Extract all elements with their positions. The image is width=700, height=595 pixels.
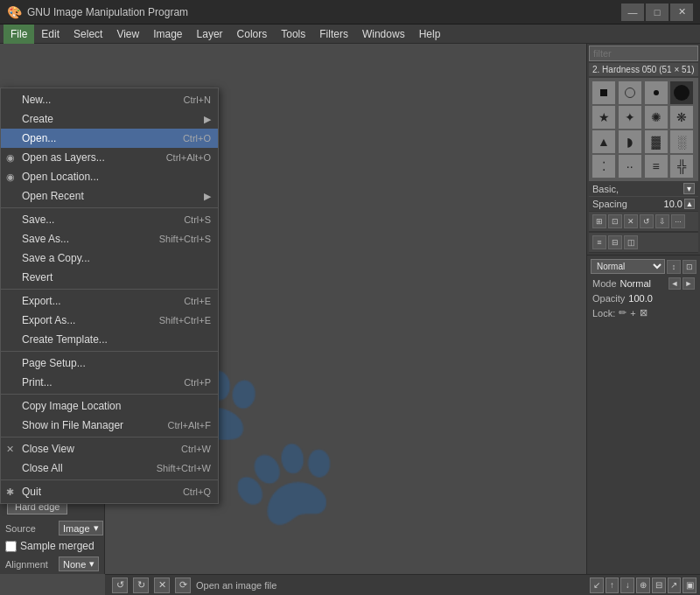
rb-icon-2[interactable]: ↑ <box>606 578 620 593</box>
file-menu-item-open-recent[interactable]: Open Recent▶ <box>1 186 218 206</box>
spacing-up[interactable]: ▲ <box>684 199 695 209</box>
brush-item-12[interactable]: ⁚ <box>592 155 615 178</box>
file-menu-item-copy-image-location[interactable]: Copy Image Location <box>1 396 218 416</box>
menu-item-edit[interactable]: Edit <box>34 24 66 44</box>
rb-icon-1[interactable]: ↙ <box>590 578 604 593</box>
brush-item-13[interactable]: ·· <box>619 155 641 178</box>
menu-item-image[interactable]: Image <box>146 24 189 44</box>
brush-item-4[interactable]: ★ <box>592 106 615 129</box>
file-menu-item-open-as-layers---[interactable]: ◉Open as Layers...Ctrl+Alt+O <box>1 148 218 167</box>
file-menu-item-revert[interactable]: Revert <box>1 268 218 287</box>
brush-item-3[interactable] <box>670 81 693 104</box>
brush-item-10[interactable]: ▓ <box>645 130 668 153</box>
menu-item-label: Close View <box>22 443 74 455</box>
file-menu-item-save---[interactable]: Save...Ctrl+S <box>1 210 218 229</box>
rb-icon-6[interactable]: ↗ <box>668 578 682 593</box>
file-menu-item-create[interactable]: Create▶ <box>1 109 218 129</box>
file-menu-item-page-setup---[interactable]: Page Setup... <box>1 354 218 373</box>
rb-icon-3[interactable]: ↓ <box>620 578 634 593</box>
file-menu-item-create-template---[interactable]: Create Template... <box>1 330 218 349</box>
menu-item-colors[interactable]: Colors <box>230 24 275 44</box>
layers-icon-1[interactable]: ↕ <box>667 260 681 274</box>
file-menu-item-open---[interactable]: Open...Ctrl+O <box>1 129 218 148</box>
brush-item-11[interactable]: ░ <box>670 130 693 153</box>
brush-name: 2. Hardness 050 (51 × 51) <box>589 63 698 76</box>
menu-item-windows[interactable]: Windows <box>355 24 412 44</box>
menu-item-shortcut: Shift+Ctrl+E <box>159 315 211 326</box>
rb-icon-4[interactable]: ⊕ <box>636 578 650 593</box>
menu-item-view[interactable]: View <box>109 24 146 44</box>
menu-item-shortcut: Ctrl+W <box>181 444 211 454</box>
brush-action-3[interactable]: ✕ <box>624 214 638 228</box>
menu-item-file[interactable]: File <box>4 24 34 44</box>
menu-item-label: Show in File Manager <box>22 419 123 431</box>
menu-item-label: Close All <box>22 462 63 474</box>
file-menu-item-close-all[interactable]: Close AllShift+Ctrl+W <box>1 458 218 478</box>
brush-preset-dropdown[interactable]: ▾ <box>683 183 695 194</box>
mode-row: Mode Normal ◄ ► <box>589 276 698 291</box>
maximize-button[interactable]: □ <box>646 4 668 21</box>
file-menu-item-close-view[interactable]: ✕Close ViewCtrl+W <box>1 439 218 458</box>
layers-icon-2[interactable]: ⊡ <box>682 260 696 274</box>
brush-sec-1[interactable]: ≡ <box>592 235 606 249</box>
cancel-button[interactable]: ✕ <box>154 578 170 593</box>
file-menu-item-show-in-file-manager[interactable]: Show in File ManagerCtrl+Alt+F <box>1 416 218 435</box>
brush-item-1[interactable] <box>619 81 641 104</box>
menu-item-shortcut: Ctrl+Alt+O <box>166 152 211 163</box>
brush-action-6[interactable]: ··· <box>671 214 685 228</box>
file-menu-item-quit[interactable]: ✱QuitCtrl+Q <box>1 482 218 501</box>
file-menu-item-save-as---[interactable]: Save As...Shift+Ctrl+S <box>1 229 218 248</box>
menu-item-shortcut: Ctrl+P <box>184 377 211 388</box>
menu-item-help[interactable]: Help <box>412 24 448 44</box>
brush-item-2[interactable] <box>645 81 668 104</box>
layers-mode-select[interactable]: Normal <box>591 259 665 274</box>
redo-button[interactable]: ↻ <box>133 578 149 593</box>
brush-filter-input[interactable] <box>589 46 698 61</box>
source-dropdown[interactable]: Image ▾ <box>59 521 103 536</box>
mode-prev[interactable]: ◄ <box>668 277 681 290</box>
brush-item-5[interactable]: ✦ <box>619 106 641 129</box>
file-menu-item-export---[interactable]: Export...Ctrl+E <box>1 291 218 311</box>
brush-sec-2[interactable]: ⊟ <box>608 235 622 249</box>
layers-panel: Normal ↕ ⊡ Mode Normal ◄ ► Opacity 100.0… <box>587 255 700 322</box>
menu-item-tools[interactable]: Tools <box>274 24 312 44</box>
brush-item-8[interactable]: ▲ <box>592 130 615 153</box>
brush-item-9[interactable]: ◗ <box>619 130 641 153</box>
brush-spacing-row: Spacing 10.0 ▲ <box>589 196 698 211</box>
sample-merged-checkbox[interactable] <box>5 541 17 552</box>
brush-action-5[interactable]: ⇩ <box>655 214 669 228</box>
menu-item-filters[interactable]: Filters <box>312 24 355 44</box>
file-menu-item-new---[interactable]: New...Ctrl+N <box>1 90 218 109</box>
brush-secondary-icons: ≡ ⊟ ◫ <box>589 232 698 253</box>
rb-icon-5[interactable]: ⊟ <box>652 578 666 593</box>
file-menu-item-open-location---[interactable]: ◉Open Location... <box>1 167 218 186</box>
file-menu-item-print---[interactable]: Print...Ctrl+P <box>1 373 218 392</box>
lock-grid-icon: ⊠ <box>640 307 648 318</box>
brush-sec-3[interactable]: ◫ <box>624 235 638 249</box>
file-menu-item-export-as---[interactable]: Export As...Shift+Ctrl+E <box>1 311 218 330</box>
mode-next[interactable]: ► <box>682 277 695 290</box>
menu-item-layer[interactable]: Layer <box>190 24 230 44</box>
brush-item-7[interactable]: ❋ <box>670 106 693 129</box>
brush-item-6[interactable]: ✺ <box>645 106 668 129</box>
menu-item-select[interactable]: Select <box>66 24 109 44</box>
alignment-dropdown[interactable]: None ▾ <box>59 556 99 571</box>
brush-item-14[interactable]: ≡ <box>645 155 668 178</box>
menu-item-label: Save As... <box>22 233 69 245</box>
file-menu-item-save-a-copy---[interactable]: Save a Copy... <box>1 248 218 268</box>
menu-item-label: Export As... <box>22 314 75 326</box>
menu-item-shortcut: Ctrl+N <box>184 94 211 105</box>
minimize-button[interactable]: — <box>621 4 644 21</box>
brush-item-15[interactable]: ╬ <box>670 155 693 178</box>
menu-item-shortcut: Ctrl+Q <box>183 486 211 497</box>
undo-button[interactable]: ↺ <box>112 578 128 593</box>
brush-item-0[interactable] <box>592 81 615 104</box>
source-row: Source Image ▾ <box>0 518 104 538</box>
brush-action-4[interactable]: ↺ <box>640 214 654 228</box>
close-button[interactable]: ✕ <box>670 4 693 21</box>
rb-icon-7[interactable]: ▣ <box>682 578 696 593</box>
menu-item-shortcut: Ctrl+E <box>184 296 211 306</box>
brush-action-1[interactable]: ⊞ <box>592 214 606 228</box>
restore-button[interactable]: ⟳ <box>175 578 191 593</box>
brush-action-2[interactable]: ⊡ <box>608 214 622 228</box>
